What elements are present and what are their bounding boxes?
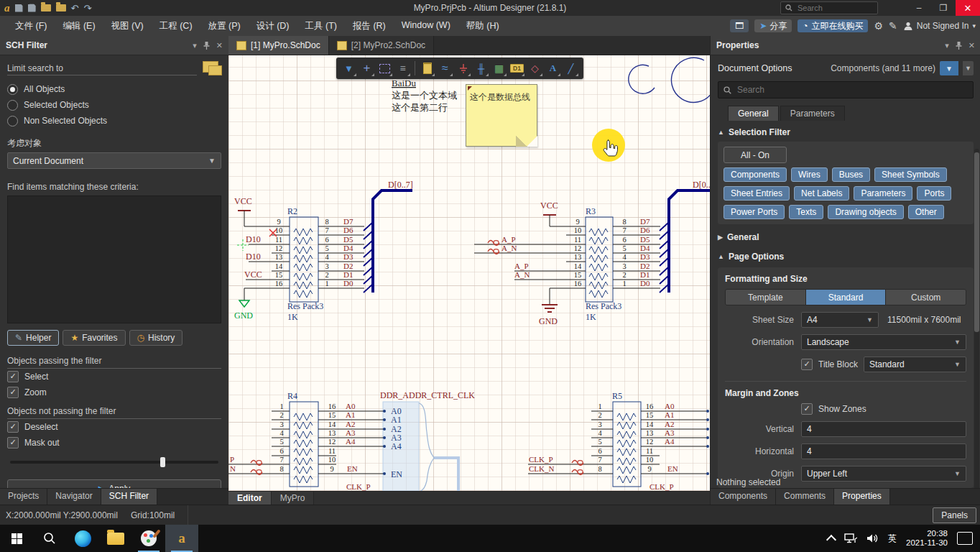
action-center-icon[interactable]	[957, 532, 973, 545]
tab-navigator[interactable]: Navigator	[47, 489, 101, 505]
filter-parameters[interactable]: Parameters	[854, 186, 912, 201]
check-zoom[interactable]: ✓Zoom	[7, 385, 221, 400]
minimize-button[interactable]: –	[907, 0, 931, 16]
filter-net-labels[interactable]: Net Labels	[794, 186, 849, 201]
start-button[interactable]	[0, 525, 33, 552]
sticky-note[interactable]: 这个是数据总线	[466, 84, 537, 147]
menu-item[interactable]: 工程 (C)	[152, 20, 200, 32]
filter-texts[interactable]: Texts	[789, 205, 823, 219]
panel-menu-icon[interactable]: ▾	[193, 41, 197, 50]
sheet-size-dropdown[interactable]: A4▼	[801, 312, 879, 328]
open-folder-icon[interactable]	[41, 4, 51, 12]
menu-item[interactable]: Window (W)	[394, 20, 458, 32]
global-search-box[interactable]	[780, 1, 878, 14]
tab-comments[interactable]: Comments	[776, 489, 834, 505]
close-panel-icon[interactable]: ✕	[216, 41, 223, 50]
check-deselect[interactable]: ✓Deselect	[7, 419, 221, 435]
menu-item[interactable]: 设计 (D)	[249, 20, 297, 32]
filter-drawing-objects[interactable]: Drawing objects	[828, 205, 903, 219]
menu-item[interactable]: 帮助 (H)	[458, 20, 507, 32]
criteria-editor[interactable]	[7, 196, 221, 323]
filter-wires[interactable]: Wires	[791, 167, 828, 182]
mode-custom[interactable]: Custom	[886, 290, 966, 305]
share-button[interactable]: ➤分享	[754, 19, 792, 32]
undo-icon[interactable]: ↶	[71, 4, 79, 13]
menu-item[interactable]: 工具 (T)	[297, 20, 345, 32]
place-net-label-icon[interactable]: D1	[508, 59, 526, 78]
altium-taskbar-button[interactable]: a	[165, 525, 198, 552]
open-document-icon[interactable]	[56, 4, 66, 12]
pin-icon[interactable]	[956, 42, 962, 50]
search-input[interactable]	[796, 3, 864, 13]
place-part-icon[interactable]	[418, 59, 436, 78]
selection-filter-section[interactable]: ▲Selection Filter	[711, 121, 980, 140]
taskbar-clock[interactable]: 20:38 2021-11-30	[906, 529, 948, 548]
orientation-dropdown[interactable]: Landscape▼	[801, 334, 966, 350]
properties-search-box[interactable]	[718, 81, 974, 98]
ime-indicator[interactable]: 英	[888, 533, 897, 545]
doc-tab-mypro[interactable]: [1] MyPro.SchDoc	[228, 36, 329, 55]
menu-item[interactable]: 视图 (V)	[103, 20, 152, 32]
close-panel-icon[interactable]: ✕	[969, 41, 975, 50]
radio-all-objects[interactable]: All Objects	[7, 81, 221, 97]
filter-ports[interactable]: Ports	[917, 186, 951, 201]
sign-in-menu[interactable]: Not Signed In▾	[903, 21, 976, 31]
title-block-checkbox[interactable]: ✓	[801, 359, 813, 370]
tab-parameters[interactable]: Parameters	[780, 106, 845, 121]
filter-sheet-entries[interactable]: Sheet Entries	[724, 186, 790, 201]
tab-mypro-mode[interactable]: MyPro	[272, 492, 315, 506]
panels-button[interactable]: Panels	[933, 507, 976, 523]
tab-editor-mode[interactable]: Editor	[228, 492, 272, 506]
menu-item[interactable]: 报告 (R)	[345, 20, 394, 32]
tray-expand-icon[interactable]	[826, 535, 836, 545]
general-section[interactable]: ▶General	[711, 226, 980, 245]
customize-pen-icon[interactable]: ✎	[889, 20, 897, 32]
settings-gear-icon[interactable]: ⚙	[874, 20, 883, 32]
place-no-erc-icon[interactable]: ◇	[526, 59, 544, 78]
select-rect-icon[interactable]	[376, 59, 394, 78]
filter-dropdown-icon[interactable]: ▼	[963, 61, 974, 75]
tab-properties[interactable]: Properties	[834, 489, 890, 505]
volume-icon[interactable]	[866, 533, 879, 543]
history-button[interactable]: ◷History	[129, 330, 183, 346]
save-icon[interactable]	[15, 4, 23, 12]
filter-power-ports[interactable]: Power Ports	[724, 205, 785, 219]
tab-general[interactable]: General	[728, 106, 779, 121]
move-cursor-icon[interactable]: +	[358, 59, 376, 78]
doc-tab-mypro2[interactable]: [2] MyPro2.SchDoc	[329, 36, 434, 55]
favorites-button[interactable]: ★Favorites	[63, 330, 125, 346]
show-zones-checkbox[interactable]: ✓	[801, 403, 813, 415]
radio-selected-objects[interactable]: Selected Objects	[7, 97, 221, 113]
filter-icon[interactable]: ▼	[340, 59, 358, 78]
filter-components[interactable]: Components	[724, 167, 787, 182]
tab-projects[interactable]: Projects	[0, 489, 47, 505]
tab-sch-filter[interactable]: SCH Filter	[101, 489, 157, 505]
helper-button[interactable]: ✎Helper	[7, 330, 59, 346]
mode-standard[interactable]: Standard	[806, 290, 887, 305]
file-explorer-button[interactable]	[99, 525, 132, 552]
place-wire-icon[interactable]: ≈	[436, 59, 454, 78]
pin-icon[interactable]	[203, 42, 210, 50]
buy-online-button[interactable]: ◔立即在线购买	[798, 19, 868, 32]
comment-button[interactable]: 🗔	[730, 19, 749, 32]
check-mask-out[interactable]: ✓Mask out	[7, 435, 221, 451]
network-icon[interactable]	[844, 533, 857, 543]
menu-item[interactable]: 放置 (P)	[200, 20, 249, 32]
place-power-port-icon[interactable]	[454, 59, 472, 78]
edge-browser-button[interactable]	[66, 525, 99, 552]
filter-buses[interactable]: Buses	[832, 167, 870, 182]
save-all-icon[interactable]	[28, 4, 36, 12]
place-line-icon[interactable]: ╱	[562, 59, 580, 78]
scope-dropdown[interactable]: Current Document▼	[7, 152, 221, 169]
filter-other[interactable]: Other	[908, 205, 944, 219]
paint-button[interactable]	[132, 525, 165, 552]
horizontal-input[interactable]: 4	[801, 443, 966, 459]
scrollbar-thumb[interactable]	[974, 152, 979, 332]
place-probe-icon[interactable]: ╫	[472, 59, 490, 78]
check-select[interactable]: ✓Select	[7, 369, 221, 385]
all-on-button[interactable]: All - On	[724, 147, 787, 163]
close-button[interactable]: ✕	[956, 0, 980, 16]
align-icon[interactable]: ≡	[394, 59, 412, 78]
object-filter-button[interactable]: ▼	[940, 61, 958, 75]
taskbar-search-button[interactable]	[33, 525, 66, 552]
